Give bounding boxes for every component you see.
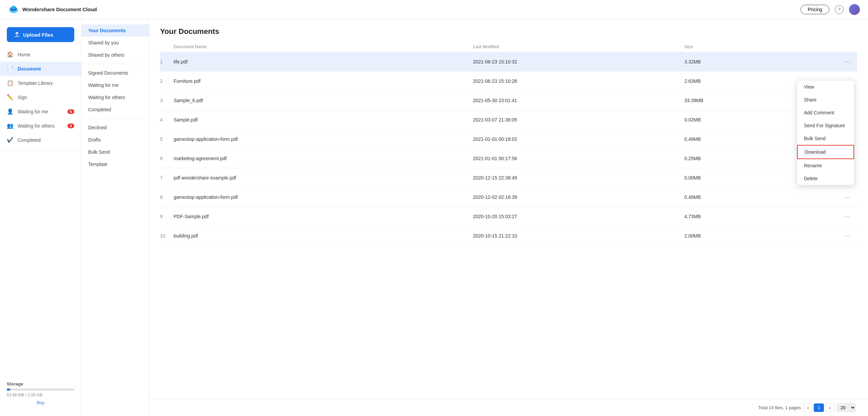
doc-actions: ⋯: [786, 188, 857, 207]
sidebar-item-label-home: Home: [18, 52, 30, 57]
more-options-button[interactable]: ⋯: [841, 212, 853, 221]
context-menu: ViewShareAdd CommentSend For SignatureBu…: [797, 80, 854, 185]
next-page-button[interactable]: ›: [825, 403, 834, 412]
center-nav: Your DocumentsShared by youShared by oth…: [81, 24, 149, 170]
table-row: 9PDF-Sample.pdf2020-10-20 15:03:274.73MB…: [160, 207, 857, 226]
more-options-button[interactable]: ⋯: [841, 192, 853, 202]
table-row: 10building.pdf2020-10-15 21:22:102.00MB⋯: [160, 226, 857, 246]
center-nav-shared-by-others[interactable]: Shared by others: [81, 49, 149, 61]
sidebar-item-document[interactable]: 📄Document: [0, 62, 81, 76]
center-nav-shared-by-you[interactable]: Shared by you: [81, 37, 149, 49]
storage-bar-bg: [7, 389, 74, 391]
per-page-selector: 20 50 100: [837, 403, 857, 412]
doc-size: 0.25MB: [684, 149, 786, 168]
pagination: ‹ 1 ›: [804, 403, 834, 412]
sign-icon: ✏️: [7, 94, 14, 101]
template-icon: 📋: [7, 80, 14, 87]
upload-icon: [14, 31, 20, 38]
table-row: 2Furniture.pdf2021-06-23 15:10:282.63MB⋯: [160, 72, 857, 91]
doc-table-body: 1life.pdf2021-06-23 15:10:323.32MB⋯2Furn…: [160, 52, 857, 246]
context-menu-view[interactable]: View: [797, 80, 854, 93]
sidebar-item-label-sign: Sign: [18, 95, 27, 100]
center-nav-waiting-for-me[interactable]: Waiting for me: [81, 79, 149, 91]
sidebar-item-waiting-for-me[interactable]: 👤Waiting for me5: [0, 105, 81, 119]
sidebar-item-home[interactable]: 🏠Home: [0, 48, 81, 62]
context-menu-delete[interactable]: Delete: [797, 172, 854, 185]
col-size: Size: [684, 41, 786, 52]
doc-size: 0.49MB: [684, 188, 786, 207]
documents-table: Document Name Last Modified Size 1life.p…: [160, 41, 857, 246]
context-menu-bulk-send[interactable]: Bulk Send: [797, 132, 854, 145]
doc-name: Sample_6.pdf: [174, 91, 473, 110]
doc-modified: 2021-06-23 15:10:28: [473, 72, 684, 91]
table-footer: Total 14 files, 1 pages ‹ 1 › 20 50 100: [149, 399, 868, 416]
svg-rect-3: [14, 36, 20, 37]
center-nav-signed-documents[interactable]: Signed Documents: [81, 67, 149, 79]
center-nav-your-documents[interactable]: Your Documents: [81, 24, 149, 37]
row-num: 5: [160, 130, 174, 149]
doc-name: PDF-Sample.pdf: [174, 207, 473, 226]
center-nav-declined[interactable]: Declined: [81, 121, 149, 134]
per-page-select[interactable]: 20 50 100: [837, 403, 856, 412]
doc-modified: 2021-01-01 00:18:02: [473, 130, 684, 149]
doc-name: Sample.pdf: [174, 110, 473, 130]
help-icon[interactable]: ?: [835, 5, 844, 14]
context-menu-add-comment[interactable]: Add Comment: [797, 106, 854, 119]
storage-section: Storage 53.68 MB / 1.00 GB Buy: [7, 381, 74, 405]
doc-size: 3.32MB: [684, 52, 786, 72]
table-row: 1life.pdf2021-06-23 15:10:323.32MB⋯: [160, 52, 857, 72]
table-row: 4Sample.pdf2021-03-07 21:38:050.02MB⋯: [160, 110, 857, 130]
row-num: 7: [160, 168, 174, 188]
storage-label: Storage: [7, 381, 74, 386]
badge-waiting-for-others: 3: [67, 124, 74, 128]
doc-name: building.pdf: [174, 226, 473, 246]
documents-table-wrap: Document Name Last Modified Size 1life.p…: [149, 41, 868, 399]
center-divider-3: [81, 64, 149, 64]
sidebar-item-label-completed: Completed: [18, 137, 41, 143]
doc-modified: 2020-10-15 21:22:10: [473, 226, 684, 246]
sidebar-nav: 🏠Home📄Document📋Template Library✏️Sign👤Wa…: [0, 48, 81, 147]
doc-actions: ⋯: [786, 226, 857, 246]
more-options-button[interactable]: ⋯: [841, 231, 853, 241]
center-nav-template[interactable]: Template: [81, 158, 149, 170]
doc-name: gamestop-application-form.pdf: [174, 130, 473, 149]
upload-button[interactable]: Upload Files: [7, 27, 74, 42]
svg-point-2: [11, 6, 16, 9]
doc-size: 4.73MB: [684, 207, 786, 226]
sidebar-item-sign[interactable]: ✏️Sign: [0, 90, 81, 105]
context-menu-send-for-signature[interactable]: Send For Signature: [797, 119, 854, 132]
doc-name: gamestop-application-form.pdf: [174, 188, 473, 207]
doc-modified: 2021-05-30 23:01:41: [473, 91, 684, 110]
sidebar-item-waiting-for-others[interactable]: 👥Waiting for others3: [0, 119, 81, 133]
row-num: 1: [160, 52, 174, 72]
col-num: [160, 41, 174, 52]
context-menu-rename[interactable]: Rename: [797, 159, 854, 172]
buy-button[interactable]: Buy: [7, 400, 74, 405]
more-options-button[interactable]: ⋯: [841, 57, 853, 67]
sidebar-item-template-library[interactable]: 📋Template Library: [0, 76, 81, 90]
app-title: Wondershare Document Cloud: [22, 6, 97, 12]
center-nav-drafts[interactable]: Drafts: [81, 134, 149, 146]
doc-modified: 2021-01-01 00:17:56: [473, 149, 684, 168]
prev-page-button[interactable]: ‹: [804, 403, 812, 412]
avatar[interactable]: [849, 4, 860, 15]
center-nav-bulk-send[interactable]: Bulk Send: [81, 146, 149, 158]
logo-icon: [8, 4, 19, 15]
context-menu-download[interactable]: Download: [797, 145, 854, 159]
doc-size: 0.49MB: [684, 130, 786, 149]
table-row: 5gamestop-application-form.pdf2021-01-01…: [160, 130, 857, 149]
sidebar-item-label-waiting-for-me: Waiting for me: [18, 109, 48, 114]
context-menu-share[interactable]: Share: [797, 93, 854, 106]
doc-actions: ⋯: [786, 52, 857, 72]
group-icon: 👥: [7, 122, 14, 129]
doc-size: 2.00MB: [684, 226, 786, 246]
center-nav-waiting-for-others[interactable]: Waiting for others: [81, 91, 149, 103]
pricing-button[interactable]: Pricing: [801, 5, 829, 14]
center-nav-completed[interactable]: Completed: [81, 103, 149, 116]
sidebar-item-completed[interactable]: ✔️Completed: [0, 133, 81, 147]
page-1-button[interactable]: 1: [814, 403, 824, 412]
sidebar-divider: [0, 150, 81, 150]
doc-modified: 2020-10-20 15:03:27: [473, 207, 684, 226]
sidebar-item-label-template-library: Template Library: [18, 80, 53, 86]
doc-modified: 2020-12-02 02:16:39: [473, 188, 684, 207]
